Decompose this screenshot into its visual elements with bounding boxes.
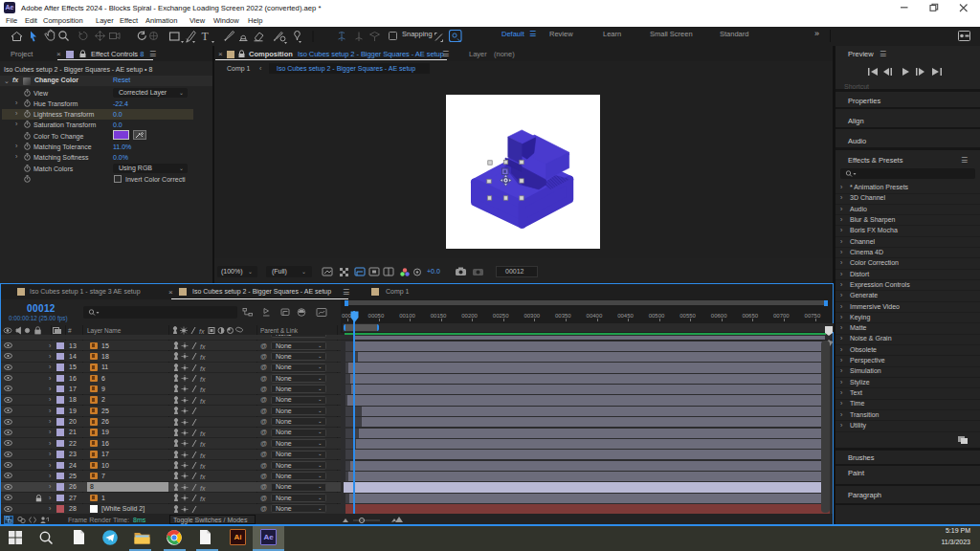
- svg-text:fx: fx: [200, 354, 206, 361]
- svg-text:fx: fx: [200, 474, 206, 480]
- svg-text:T: T: [202, 30, 210, 43]
- svg-text:fx: fx: [200, 496, 206, 502]
- svg-text:fx: fx: [200, 484, 206, 491]
- svg-text:fx: fx: [200, 386, 206, 393]
- svg-text:fx: fx: [200, 364, 206, 371]
- svg-text:fx: fx: [200, 397, 206, 404]
- svg-text:fx: fx: [200, 343, 206, 350]
- svg-text:fx: fx: [200, 376, 206, 383]
- svg-text:fx: fx: [200, 463, 206, 470]
- svg-text:fx: fx: [200, 430, 206, 436]
- svg-text:fx: fx: [200, 441, 206, 448]
- svg-text:fx: fx: [199, 328, 205, 335]
- svg-text:fx: fx: [200, 452, 206, 458]
